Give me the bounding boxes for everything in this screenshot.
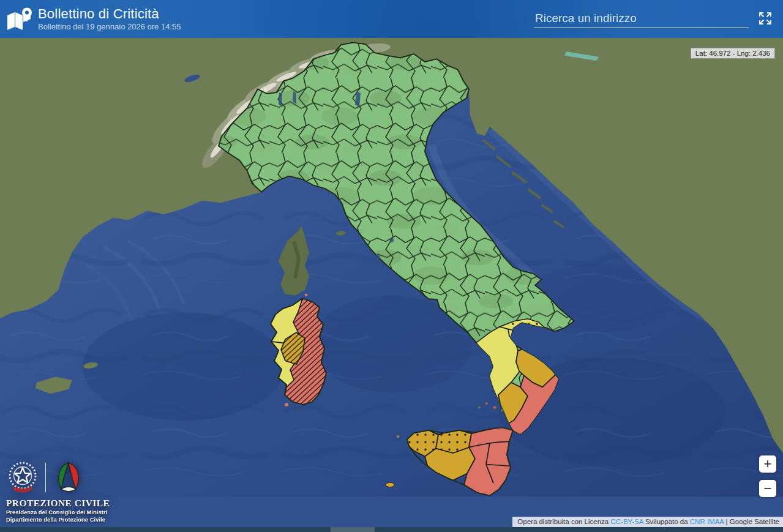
developer-link[interactable]: CNR IMAA xyxy=(690,518,724,525)
bulletin-date: Bollettino del 19 gennaio 2026 ore 14:55 xyxy=(38,23,181,32)
fullscreen-icon xyxy=(759,12,772,25)
map-canvas[interactable] xyxy=(0,38,783,532)
map-container: Lat: 46.972 - Lng: 2.436 + − PROT xyxy=(0,38,783,532)
island-maddalena xyxy=(305,294,308,296)
attribution-text: Opera distribuita con Licenza xyxy=(517,518,610,525)
coords-badge: Lat: 46.972 - Lng: 2.436 xyxy=(691,48,775,59)
base-layer-label: Google Satellite xyxy=(730,518,779,525)
logo-title: PROTEZIONE CIVILE xyxy=(6,498,110,509)
logo-subtitle-1: Presidenza del Consiglio dei Ministri xyxy=(6,509,110,516)
fullscreen-button[interactable] xyxy=(757,10,773,28)
horizontal-scrollbar[interactable] xyxy=(0,527,783,532)
license-link[interactable]: CC-BY-SA xyxy=(610,518,643,525)
attribution-middle: Sviluppato da xyxy=(643,518,690,525)
attribution-separator: | xyxy=(724,518,729,525)
zoom-out-button[interactable]: − xyxy=(759,480,776,497)
search-input[interactable] xyxy=(534,10,749,28)
repubblica-emblem-icon xyxy=(6,460,39,495)
island-santantioco xyxy=(285,403,288,406)
logo-subtitle-2: Dipartimento della Protezione Civile xyxy=(6,516,110,523)
map-pin-icon xyxy=(6,7,34,34)
app-window: Bollettino di Criticità Bollettino del 1… xyxy=(0,0,783,532)
protezione-civile-emblem-icon xyxy=(52,460,85,495)
protezione-civile-logo: PROTEZIONE CIVILE Presidenza del Consigl… xyxy=(6,460,110,523)
scrollbar-thumb[interactable] xyxy=(331,527,375,532)
logo-separator xyxy=(45,463,46,492)
header-bar: Bollettino di Criticità Bollettino del 1… xyxy=(0,0,783,38)
map-attribution: Opera distribuita con Licenza CC-BY-SA S… xyxy=(512,517,783,527)
zoom-in-button[interactable]: + xyxy=(759,455,776,473)
page-title: Bollettino di Criticità xyxy=(38,6,181,21)
